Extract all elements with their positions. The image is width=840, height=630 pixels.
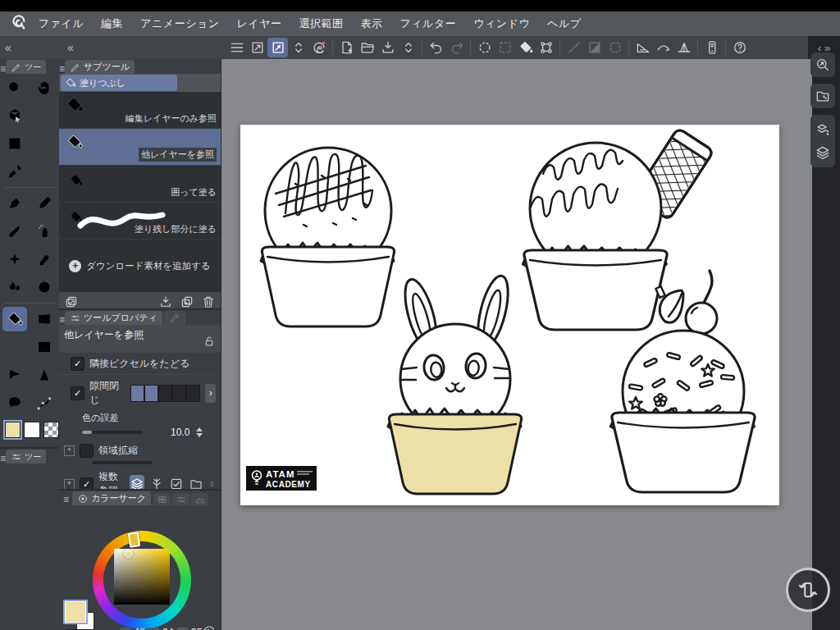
clip-studio-logo-icon[interactable] xyxy=(10,14,28,32)
snap-to-ruler-button[interactable] xyxy=(632,38,653,57)
subtool-item-refer-other-layers[interactable]: 他レイヤーを参照 xyxy=(59,129,221,166)
collapse-subtool-panel-icon[interactable]: « xyxy=(67,36,74,59)
color-margin-slider[interactable] xyxy=(82,431,143,434)
rotate-canvas-button[interactable] xyxy=(786,568,830,612)
scale-rotate-button[interactable] xyxy=(536,38,556,57)
subtool-item-paint-unfilled-area[interactable]: 塗り残し部分に塗る xyxy=(59,203,221,240)
close-gap-checkbox[interactable] xyxy=(71,386,84,400)
quick-access-button[interactable] xyxy=(810,52,835,77)
pen-tool[interactable] xyxy=(2,191,27,216)
pencil-tool[interactable] xyxy=(32,191,57,216)
blend-tool[interactable] xyxy=(2,275,27,299)
cupcake-drizzle-drawing[interactable] xyxy=(261,148,395,326)
liquify-tool[interactable] xyxy=(32,275,57,299)
selection-tool[interactable] xyxy=(2,131,27,156)
help-button[interactable] xyxy=(729,38,750,57)
close-gap-segments[interactable] xyxy=(130,385,200,402)
switch-color-mode-icon[interactable] xyxy=(202,624,217,630)
import-subtool-icon[interactable] xyxy=(158,294,173,309)
airbrush-tool[interactable] xyxy=(32,219,57,244)
figure-tool[interactable] xyxy=(2,335,27,359)
eyedropper-tool[interactable] xyxy=(2,159,27,184)
tool-property-menu-icon[interactable]: ≡ xyxy=(59,315,65,325)
snap-to-grid-button[interactable] xyxy=(673,38,694,57)
material-panel-button[interactable] xyxy=(810,84,835,108)
zoom-tool[interactable] xyxy=(2,75,27,100)
menu-edit[interactable]: 編集 xyxy=(101,16,123,31)
add-download-material-button[interactable]: + ダウンロード素材を追加する xyxy=(59,240,221,292)
edit-mode-button[interactable] xyxy=(267,38,288,57)
text-tool[interactable] xyxy=(32,363,57,387)
menu-selection[interactable]: 選択範囲 xyxy=(299,16,343,31)
approx-color-tab[interactable] xyxy=(191,493,208,505)
cupcake-wafer-drawing[interactable] xyxy=(523,128,714,330)
deselect-button[interactable] xyxy=(474,38,495,57)
snap-to-special-ruler-button[interactable] xyxy=(653,38,673,57)
hand-tool[interactable] xyxy=(32,75,57,100)
correct-line-tool[interactable] xyxy=(32,390,57,415)
multi-select-icon[interactable] xyxy=(64,294,79,309)
brush-panel-menu-icon[interactable]: ≡ xyxy=(0,454,6,463)
undo-button[interactable] xyxy=(426,38,446,57)
invert-selection-button[interactable] xyxy=(495,38,515,57)
menu-animation[interactable]: アニメーション xyxy=(140,16,219,31)
move-layer-tool[interactable] xyxy=(32,103,57,128)
multiple-referring-expand-icon[interactable]: + xyxy=(64,479,75,490)
subtool-panel-tab[interactable]: サブツール xyxy=(65,60,135,74)
companion-mode-button[interactable] xyxy=(701,38,722,57)
area-scaling-slider[interactable] xyxy=(92,461,153,464)
color-panel-main-swatch[interactable] xyxy=(65,601,86,623)
layer-panel-button[interactable] xyxy=(815,144,831,161)
redo-button[interactable] xyxy=(446,38,467,57)
sv-selector[interactable] xyxy=(124,549,133,558)
hue-ring-selector[interactable] xyxy=(128,532,141,548)
color-wheel-tab[interactable]: カラーサーク xyxy=(72,491,151,505)
new-file-button[interactable] xyxy=(336,38,357,57)
brush-panel-tab[interactable]: ツー xyxy=(6,450,46,463)
save-options-chevrons[interactable] xyxy=(398,38,418,57)
clip-studio-assets-button[interactable] xyxy=(308,38,329,57)
brush-tool[interactable] xyxy=(2,219,27,244)
menu-layer[interactable]: レイヤー xyxy=(237,16,282,31)
eraser-tool[interactable] xyxy=(32,247,57,272)
adjacent-pixels-checkbox[interactable] xyxy=(71,357,84,371)
main-color-swatch[interactable] xyxy=(5,422,21,438)
fill-tool[interactable] xyxy=(2,307,27,331)
gradient-tool[interactable] xyxy=(32,307,57,331)
duplicate-subtool-icon[interactable] xyxy=(180,294,194,309)
decoration-tool[interactable] xyxy=(2,247,27,272)
brush-detail-tab[interactable] xyxy=(164,311,185,325)
menu-filter[interactable]: フィルター xyxy=(399,16,456,31)
fill-button[interactable] xyxy=(515,38,536,57)
area-scaling-checkbox[interactable] xyxy=(80,444,94,458)
polyline-tool[interactable] xyxy=(2,363,27,387)
mode-switch-chevrons[interactable] xyxy=(288,38,308,57)
tool-property-tab[interactable]: ツールプロパティ xyxy=(65,311,162,325)
color-margin-stepper[interactable] xyxy=(196,427,203,437)
object-tool[interactable] xyxy=(2,103,27,128)
main-menu-button[interactable] xyxy=(226,38,247,57)
menu-help[interactable]: ヘルプ xyxy=(547,16,581,31)
menu-window[interactable]: ウィンドウ xyxy=(473,16,530,31)
color-slider-tab[interactable] xyxy=(172,493,189,505)
subtool-panel-menu-icon[interactable]: ≡ xyxy=(59,64,65,74)
save-button[interactable] xyxy=(377,38,398,57)
cupcake-bunny-drawing[interactable] xyxy=(388,273,522,494)
multiple-referring-chevrons[interactable] xyxy=(208,478,216,490)
subtool-item-enclose-and-fill[interactable]: 囲って塗る xyxy=(59,166,221,203)
auto-select-tool[interactable] xyxy=(32,131,57,156)
color-set-tab[interactable] xyxy=(153,493,171,505)
subtool-item-refer-editing-layer[interactable]: 編集レイヤーのみ参照 xyxy=(59,92,221,129)
artboard[interactable]: ATAM ACADEMY xyxy=(240,125,779,505)
window-scale-button[interactable] xyxy=(247,38,267,57)
color-panel-menu-icon[interactable]: ≡ xyxy=(63,495,69,504)
unlock-icon[interactable] xyxy=(203,335,216,351)
balloon-tool[interactable] xyxy=(2,390,27,415)
subtool-group-fill[interactable]: 塗りつぶし xyxy=(61,75,177,91)
menu-file[interactable]: ファイル xyxy=(39,16,84,31)
tool-panel-tab[interactable]: ツー xyxy=(6,60,46,74)
area-scaling-expand-icon[interactable]: + xyxy=(64,445,75,456)
frame-border-tool[interactable] xyxy=(32,335,57,359)
transparent-color-swatch[interactable] xyxy=(43,422,59,438)
clear-button[interactable] xyxy=(564,38,584,57)
